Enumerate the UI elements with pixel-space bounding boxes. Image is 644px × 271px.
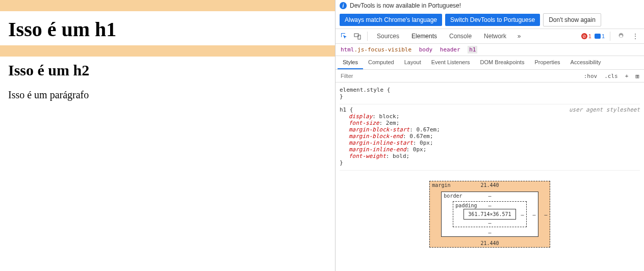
tab-network[interactable]: Network xyxy=(479,30,511,43)
box-model-padding-label: padding xyxy=(455,203,477,208)
breadcrumb-body[interactable]: body xyxy=(419,46,433,53)
hov-toggle[interactable]: :hov xyxy=(582,72,600,80)
devtools-toolbar: Sources Elements Console Network » 1 1 ⋮ xyxy=(336,29,644,44)
styles-subtabs: Styles Computed Layout Event Listeners D… xyxy=(336,56,644,70)
dismiss-banner-button[interactable]: Don't show again xyxy=(543,13,601,26)
prop-display[interactable]: display xyxy=(349,113,372,120)
prop-margin-block-start[interactable]: margin-block-start xyxy=(349,126,409,133)
margin-highlight-top xyxy=(0,0,335,11)
subtab-computed[interactable]: Computed xyxy=(363,56,399,69)
subtab-event-listeners[interactable]: Event Listeners xyxy=(426,56,475,69)
gear-icon[interactable] xyxy=(615,31,627,42)
subtab-dom-breakpoints[interactable]: DOM Breakpoints xyxy=(475,56,530,69)
val-font-weight[interactable]: bold xyxy=(393,153,406,159)
toolbar-separator xyxy=(367,32,368,41)
prop-margin-block-end[interactable]: margin-block-end xyxy=(349,133,403,140)
more-tabs-icon[interactable]: » xyxy=(513,31,525,42)
info-icon: i xyxy=(340,2,347,9)
toolbar-separator xyxy=(610,32,610,41)
page-h2[interactable]: Isso é um h2 xyxy=(8,62,327,79)
selector-h1: h1 { xyxy=(340,106,353,113)
new-style-rule-icon[interactable]: + xyxy=(623,72,631,80)
issues-count-badge[interactable]: 1 xyxy=(595,33,605,39)
tab-console[interactable]: Console xyxy=(444,30,477,43)
box-model-padding-right: – xyxy=(521,211,524,217)
selector-element-style: element.style { xyxy=(340,87,390,93)
box-model-margin-top: 21.440 xyxy=(480,182,499,188)
val-margin-block-start[interactable]: 0.67em xyxy=(416,126,436,133)
page-paragraph[interactable]: Isso é um parágrafo xyxy=(8,89,327,101)
rendered-page: Isso é um h1 Isso é um h2 Isso é um pará… xyxy=(0,0,336,271)
box-model-padding[interactable]: padding – – – 361.714×36.571 xyxy=(453,201,526,227)
subtab-layout[interactable]: Layout xyxy=(399,56,426,69)
prop-margin-inline-start[interactable]: margin-inline-start xyxy=(349,140,413,146)
language-banner-actions: Always match Chrome's language Switch De… xyxy=(336,11,644,29)
box-model-border-label: border xyxy=(444,193,462,199)
box-model-border-top: – xyxy=(488,193,491,199)
prop-font-size[interactable]: font-size xyxy=(349,120,379,126)
error-count-badge[interactable]: 1 xyxy=(581,33,591,39)
rule-h1[interactable]: user agent stylesheet h1 { display: bloc… xyxy=(340,104,640,171)
val-margin-block-end[interactable]: 0.67em xyxy=(409,133,430,140)
margin-highlight-bottom xyxy=(0,45,335,57)
box-model-border-right: – xyxy=(533,211,536,217)
page-h1[interactable]: Isso é um h1 xyxy=(8,17,327,41)
styles-filter-row: :hov .cls + ▥ xyxy=(336,70,644,83)
rule-element-style[interactable]: element.style { } xyxy=(340,85,640,104)
toggle-computed-sidebar-icon[interactable]: ▥ xyxy=(633,72,641,80)
box-model-margin[interactable]: margin 21.440 21.440 – border – – – padd… xyxy=(429,181,550,248)
box-model-padding-bottom: – xyxy=(488,220,491,226)
styles-filter-input[interactable] xyxy=(339,71,579,81)
match-language-button[interactable]: Always match Chrome's language xyxy=(340,14,442,26)
prop-margin-inline-end[interactable]: margin-inline-end xyxy=(349,146,406,153)
rule-close-brace: } xyxy=(340,159,343,166)
device-toggle-icon[interactable] xyxy=(352,31,363,42)
box-model-border[interactable]: border – – – padding – – – 361.714×36.57… xyxy=(441,192,538,237)
subtab-accessibility[interactable]: Accessibility xyxy=(565,56,606,69)
breadcrumb-header[interactable]: header xyxy=(440,46,460,53)
dom-breadcrumb[interactable]: html.js-focus-visible body header h1 xyxy=(336,44,644,56)
inspect-element-icon[interactable] xyxy=(339,31,350,42)
rule-close-brace: } xyxy=(340,93,343,100)
box-model-content[interactable]: 361.714×36.571 xyxy=(463,209,516,220)
banner-message: DevTools is now available in Portuguese! xyxy=(350,2,461,9)
tab-sources[interactable]: Sources xyxy=(372,30,404,43)
tab-elements[interactable]: Elements xyxy=(406,30,442,43)
box-model-margin-right: – xyxy=(545,211,548,217)
val-margin-inline-start[interactable]: 0px xyxy=(420,140,430,146)
switch-language-button[interactable]: Switch DevTools to Portuguese xyxy=(445,14,540,26)
breadcrumb-h1[interactable]: h1 xyxy=(468,46,477,53)
val-display[interactable]: block xyxy=(379,113,396,120)
breadcrumb-html-class: .js-focus-visible xyxy=(354,46,412,53)
prop-font-weight[interactable]: font-weight xyxy=(349,153,386,159)
subtab-properties[interactable]: Properties xyxy=(529,56,565,69)
box-model-margin-label: margin xyxy=(432,182,450,188)
styles-pane: element.style { } user agent stylesheet … xyxy=(336,83,644,271)
box-model-border-bottom: – xyxy=(488,230,491,235)
box-model-margin-bottom: 21.440 xyxy=(480,240,499,246)
devtools-panel: i DevTools is now available in Portugues… xyxy=(336,0,644,271)
rule-source-ua: user agent stylesheet xyxy=(569,106,640,113)
val-margin-inline-end[interactable]: 0px xyxy=(413,146,423,153)
kebab-menu-icon[interactable]: ⋮ xyxy=(630,31,641,42)
subtab-styles[interactable]: Styles xyxy=(338,56,363,69)
box-model-diagram[interactable]: margin 21.440 21.440 – border – – – padd… xyxy=(340,171,640,258)
val-font-size[interactable]: 2em xyxy=(386,120,396,126)
box-model-padding-top: – xyxy=(488,203,491,208)
language-banner: i DevTools is now available in Portugues… xyxy=(336,0,644,11)
toolbar-right: 1 1 ⋮ xyxy=(581,31,641,42)
cls-toggle[interactable]: .cls xyxy=(602,72,620,80)
breadcrumb-html[interactable]: html xyxy=(341,46,354,53)
